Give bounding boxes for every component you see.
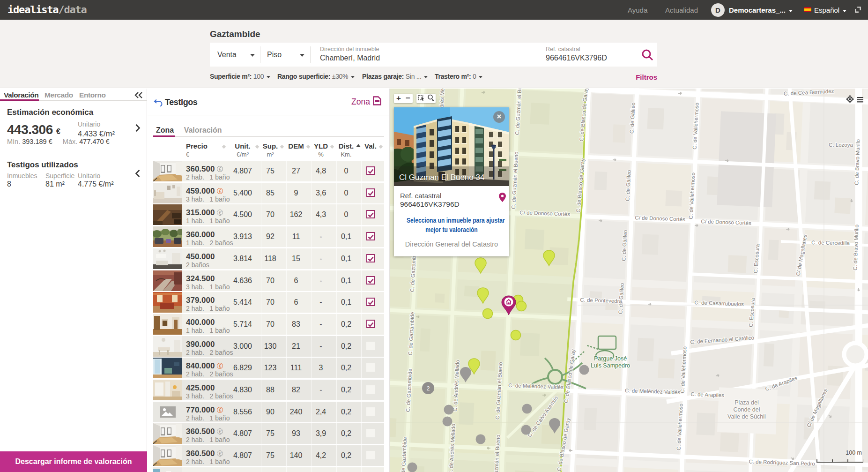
table-row[interactable]: 390.0002 hab. 2 baños3.00013021-0,2 (153, 336, 384, 357)
table-row[interactable]: 459.000€3 hab. 1 baño5.4008593,60 (153, 183, 384, 203)
row-checkbox[interactable] (366, 254, 375, 262)
row-checkbox[interactable] (366, 451, 375, 459)
address-input[interactable]: Dirección del inmueble Chamberí, Madrid (320, 43, 526, 67)
avatar[interactable]: D (711, 3, 725, 17)
close-icon[interactable]: × (493, 111, 505, 123)
witness-marker-selected[interactable] (483, 309, 493, 319)
zoom-out-button[interactable]: − (406, 94, 410, 103)
column-header-yld[interactable]: YLD (314, 142, 328, 150)
table-row[interactable]: 360.500€2 hab. 1 baño4.80775933,90,2 (153, 423, 384, 444)
filter-rango[interactable]: Rango superficie: ±30% (277, 73, 355, 80)
col-separator (261, 314, 261, 335)
dem-cell: 9 (294, 189, 298, 197)
zona-save-label[interactable]: Zona (351, 97, 370, 107)
column-header-val[interactable]: Val. (364, 142, 377, 150)
table-row[interactable]: 770.000€2 hab. 1 baño8.556902402,40,2 (153, 402, 384, 422)
sort-icon[interactable] (306, 145, 310, 149)
testigos-panel: Testigos Zona Zona Valoración Precio€Uni… (148, 89, 390, 472)
witness-marker-gray[interactable] (579, 365, 589, 375)
col-separator (361, 161, 362, 181)
yld-cell: 4,3 (316, 210, 326, 219)
tab-zona[interactable]: Zona (156, 126, 174, 135)
row-checkbox[interactable] (366, 363, 375, 372)
row-checkbox[interactable] (366, 276, 375, 285)
column-header-precio[interactable]: Precio (186, 142, 208, 150)
property-type-select[interactable]: Piso (267, 43, 304, 67)
sort-icon[interactable] (255, 145, 259, 149)
card-cta[interactable]: Selecciona un inmueble para ajustarmejor… (407, 216, 497, 234)
sort-icon[interactable] (222, 145, 226, 149)
row-checkbox[interactable] (366, 385, 375, 394)
search-icon[interactable] (641, 48, 654, 63)
row-checkbox[interactable] (366, 407, 375, 416)
filters-link[interactable]: Filtros (636, 73, 657, 81)
witness-marker-gray[interactable] (408, 463, 417, 472)
sup-cell: 70 (266, 210, 274, 219)
nav-ayuda[interactable]: Ayuda (628, 6, 647, 14)
row-checkbox[interactable] (366, 342, 375, 350)
column-header-dem[interactable]: DEM (288, 142, 304, 150)
language-selector[interactable]: Español (814, 6, 846, 14)
zoom-area-icon[interactable] (427, 94, 435, 103)
sort-icon[interactable] (280, 145, 284, 149)
property-thumbnail (153, 226, 182, 247)
row-checkbox[interactable] (366, 188, 375, 197)
fullscreen-icon[interactable] (854, 6, 861, 15)
expand-estimation-icon[interactable] (135, 124, 141, 134)
collapse-sidebar-icon[interactable] (134, 91, 143, 101)
witness-marker-gray[interactable] (522, 404, 532, 414)
col-separator (286, 204, 287, 225)
table-row[interactable]: 400.0001 hab. 1 baño5.7147083-0,2 (153, 314, 384, 335)
sort-asc-icon[interactable] (356, 144, 361, 147)
column-header-sup[interactable]: Sup. (263, 142, 278, 150)
filter-superficie[interactable]: Superficie m²: 100 (210, 73, 270, 80)
witness-marker-selected[interactable] (517, 301, 527, 311)
sup-cell: 90 (266, 408, 274, 416)
filter-trastero[interactable]: Trastero m²: 0 (435, 73, 482, 80)
locate-icon[interactable] (846, 95, 854, 105)
witness-marker-gray[interactable] (443, 417, 453, 427)
row-checkbox[interactable] (366, 166, 375, 175)
draw-area-icon[interactable] (418, 94, 425, 103)
tab-mercado[interactable]: Mercado (45, 91, 73, 99)
table-row[interactable]: 360.500€2 hab. 1 baño4.807751404,20,2 (153, 445, 384, 466)
row-checkbox[interactable] (366, 298, 375, 306)
tab-valoracion[interactable]: Valoración (4, 91, 38, 99)
table-row[interactable]: 840.000€2 hab. 2 baños6.82912311130,2 (153, 358, 384, 378)
table-row[interactable] (153, 467, 384, 472)
sort-icon[interactable] (379, 145, 383, 149)
sort-icon[interactable] (330, 145, 334, 149)
user-menu[interactable]: Democarteras_... (729, 6, 793, 14)
table-row[interactable]: 450.0002 baños3.81411815-0,1 (153, 248, 384, 269)
map-menu-icon[interactable] (857, 96, 863, 105)
operation-select[interactable]: Venta (217, 43, 255, 67)
column-header-dist[interactable]: Dist. (339, 142, 354, 150)
download-report-button[interactable]: Descargar informe de valoración (0, 451, 147, 472)
row-checkbox[interactable] (366, 232, 375, 240)
idealista-data-logo[interactable]: idealista/data (7, 4, 87, 15)
witness-marker-gray[interactable] (521, 425, 531, 435)
map[interactable]: C. de Cea BermúdezC. de Andrés MelladoC.… (390, 89, 868, 472)
tab-valoracion-panel[interactable]: Valoración (184, 126, 222, 135)
cadastral-input[interactable]: Ref. catastral 9664616VK3796D (546, 43, 639, 67)
collapse-witnesses-icon[interactable] (135, 169, 141, 180)
witness-marker-selected[interactable] (511, 330, 521, 340)
tab-entorno[interactable]: Entorno (79, 91, 106, 99)
table-row[interactable]: 425.0003 hab. 2 baños4.8308882-0,2 (153, 380, 384, 400)
zoom-in-button[interactable]: + (396, 94, 401, 103)
table-row[interactable]: 360.500€2 hab. 1 baño4.80775274,80 (153, 161, 384, 181)
table-row[interactable]: 379.0002 hab. 1 baño5.414706-0,1 (153, 292, 384, 313)
row-checkbox[interactable] (366, 320, 375, 328)
save-zone-icon[interactable] (373, 96, 381, 107)
back-icon[interactable] (154, 99, 163, 109)
column-header-unit[interactable]: Unit. (235, 142, 250, 150)
filter-garaje[interactable]: Plazas garaje: Sin ... (362, 73, 428, 80)
row-checkbox[interactable] (366, 429, 375, 437)
witness-marker-gray[interactable] (444, 405, 454, 415)
nav-actualidad[interactable]: Actualidad (665, 6, 698, 14)
table-row[interactable]: 324.5003 hab. 1 baño4.636706-0,1 (153, 270, 384, 291)
row-checkbox[interactable] (366, 210, 375, 218)
table-row[interactable]: 360.0001 hab. 2 baños3.9139211-0,1 (153, 226, 384, 247)
witness-marker-gray[interactable] (476, 435, 486, 444)
table-row[interactable]: 315.000€1 hab. 1 baño4.500701624,30 (153, 204, 384, 225)
